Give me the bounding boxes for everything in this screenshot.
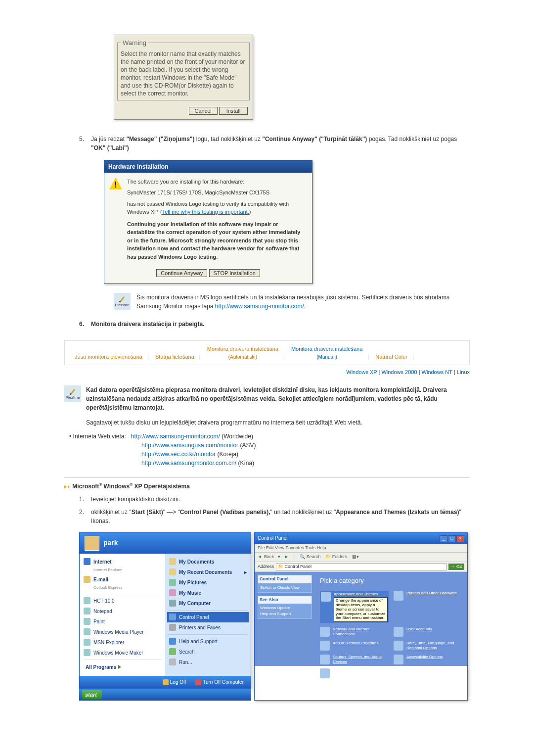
taskbar: start [79, 689, 251, 701]
sm-item-internet[interactable]: Internet [82, 557, 163, 567]
section-windows-xp: Microsoft® Windows® XP Operētājsistēma [64, 477, 470, 491]
logoff-button[interactable]: Log Off [160, 678, 189, 686]
switch-classic-view[interactable]: Switch to Classic View [260, 585, 310, 591]
warning-dialog: Warning Select the monitor name that exa… [114, 35, 253, 120]
note-row: Piezīme Šis monitora draiveris ir MS log… [114, 293, 470, 311]
address-field[interactable]: 📁 Control Panel [276, 563, 446, 571]
link-korea[interactable]: http://www.sec.co.kr/monitor [141, 451, 216, 458]
sm-item-wmp[interactable]: Windows Media Player [82, 627, 163, 637]
globe-icon [394, 641, 403, 651]
paint-icon [84, 618, 90, 625]
continue-anyway-button[interactable]: Continue Anyway [156, 269, 207, 277]
sm-item-recent[interactable]: My Recent Documents ▸ [167, 567, 249, 577]
wmm-icon [84, 649, 90, 656]
start-menu: park Internet Internet Explorer E-mail O… [79, 532, 251, 689]
tab-driver-manual[interactable]: Monitora draivera instalēšana (Manuāli) [286, 345, 367, 361]
pick-category-heading: Pick a category [320, 576, 462, 586]
cat-accessibility[interactable]: Accessibility Options [394, 655, 462, 664]
help-icon [169, 638, 176, 645]
sm-item-msn[interactable]: MSN Explorer [82, 637, 163, 648]
cancel-button[interactable]: Cancel [189, 107, 218, 115]
composite-screenshot: park Internet Internet Explorer E-mail O… [79, 532, 470, 701]
sm-item-notepad[interactable]: Notepad [82, 606, 163, 616]
minimize-button[interactable]: _ [440, 535, 447, 542]
search-button[interactable]: 🔍 Search [300, 554, 320, 561]
sm-item-paint[interactable]: Paint [82, 616, 163, 627]
windows-update-link[interactable]: Windows Update [260, 605, 310, 611]
folder-icon [169, 589, 176, 596]
tab-stand[interactable]: Statņa lietošana [150, 353, 199, 361]
sm-item-mydocs[interactable]: My Documents [167, 557, 249, 567]
cat-add-remove[interactable]: Add or Remove Programs [320, 641, 389, 651]
tab-driver-auto[interactable]: Monitora draivera instalēšana (Automātis… [202, 345, 283, 361]
sm-item-hct[interactable]: HCT 10.0 [82, 596, 163, 606]
step-5-number: 5. [79, 135, 88, 152]
step-5-text: Ja jūs redzat "Message" ("Ziņojums") log… [91, 135, 470, 152]
turnoff-button[interactable]: Turn Off Computer [192, 678, 247, 686]
cat-user-accounts[interactable]: User Accounts [394, 627, 462, 637]
note-icon: Piezīme [64, 385, 81, 402]
link-windows-xp[interactable]: Windows XP [346, 369, 377, 375]
sm-all-programs[interactable]: All Programs [82, 662, 163, 673]
views-button[interactable]: ▦▾ [352, 554, 359, 561]
xp-step-2: 2. oklikšķiniet uz "Start (Sākt)" —> "Co… [79, 508, 470, 525]
link-linux[interactable]: Linux [457, 369, 470, 375]
maximize-button[interactable]: □ [448, 535, 456, 542]
power-icon [195, 679, 201, 685]
close-button[interactable]: × [456, 535, 464, 542]
sm-item-control-panel[interactable]: Control Panel [167, 612, 249, 622]
start-menu-right: My Documents My Recent Documents ▸ My Pi… [165, 554, 251, 676]
sm-item-wmm[interactable]: Windows Movie Maker [82, 648, 163, 658]
arrow-icon [68, 485, 70, 488]
stop-installation-button[interactable]: STOP Installation [209, 269, 260, 277]
link-windows-nt[interactable]: Windows NT [422, 369, 452, 375]
start-button[interactable]: start [82, 690, 102, 700]
sm-item-pics[interactable]: My Pictures [167, 577, 249, 588]
step-6: 6. Monitora draivera instalācija ir pabe… [79, 320, 470, 329]
sm-item-email[interactable]: E-mail [82, 574, 163, 585]
back-button[interactable]: ◄ [258, 554, 262, 561]
warning-triangle-icon: ! [109, 178, 122, 189]
go-button[interactable]: → Go [448, 564, 464, 570]
logo-testing-link[interactable]: Tell me why this testing is important. [162, 209, 249, 215]
step-5: 5. Ja jūs redzat "Message" ("Ziņojums") … [79, 135, 470, 152]
cat-appearance-themes[interactable]: Appearance and Themes Change the appeara… [320, 591, 389, 623]
cat-printers-hardware[interactable]: Printers and Other Hardware [394, 591, 462, 623]
step-6-text: Monitora draivera instalācija ir pabeigt… [91, 320, 470, 329]
computer-icon [169, 600, 176, 607]
help-support-link[interactable]: Help and Support [260, 611, 310, 617]
sm-item-search[interactable]: Search [167, 647, 249, 657]
install-button[interactable]: Install [219, 107, 248, 115]
users-icon [394, 627, 403, 637]
ie-icon [84, 558, 90, 565]
warning-fieldset: Warning Select the monitor name that exa… [117, 38, 250, 100]
printer-icon [169, 624, 176, 631]
cat-date-time[interactable]: Date, Time, Language, and Regional Optio… [394, 641, 462, 651]
link-worldwide[interactable]: http://www.samsung-monitor.com/ [131, 433, 220, 440]
sm-item-printers[interactable]: Printers and Faxes [167, 622, 249, 633]
arrow-icon [64, 485, 67, 488]
link-windows-2000[interactable]: Windows 2000 [381, 369, 417, 375]
sidebar-box-controlpanel: Control Panel Switch to Classic View [258, 575, 312, 593]
folders-button[interactable]: 📁 Folders [325, 554, 347, 561]
control-panel-menubar[interactable]: File Edit View Favorites Tools Help [255, 544, 467, 553]
sm-item-mycomputer[interactable]: My Computer [167, 598, 249, 609]
tab-connect[interactable]: Jūsu monitora pievienošana [70, 353, 147, 361]
cat-network[interactable]: Network and Internet Connections [320, 627, 389, 637]
hardware-installation-title: Hardware Installation [104, 161, 312, 173]
hardware-installation-body: ! The software you are installing for th… [104, 173, 312, 266]
link-usa[interactable]: http://www.samsungusa.com/monitor [141, 442, 238, 449]
sm-item-run[interactable]: Run... [167, 657, 249, 667]
cat-sounds[interactable]: Sounds, Speech, and Audio Devices [320, 655, 389, 664]
link-china[interactable]: http://www.samsungmonitor.com.cn/ [141, 460, 236, 467]
web-list-label: Interneta Web vieta: [73, 432, 126, 441]
control-panel-titlebar: Control Panel _□× [255, 533, 467, 544]
sm-item-help[interactable]: Help and Support [167, 636, 249, 647]
cat-performance[interactable]: Performance and Maintenance [320, 668, 389, 678]
forward-button[interactable]: ► [284, 554, 289, 561]
samsung-monitor-link[interactable]: http://www.samsung-monitor.com/ [215, 303, 304, 310]
printers-icon [394, 591, 403, 601]
sm-item-music[interactable]: My Music [167, 588, 249, 598]
control-panel-window: Control Panel _□× File Edit View Favorit… [254, 532, 468, 701]
tab-natural-color[interactable]: Natural Color [370, 353, 412, 361]
